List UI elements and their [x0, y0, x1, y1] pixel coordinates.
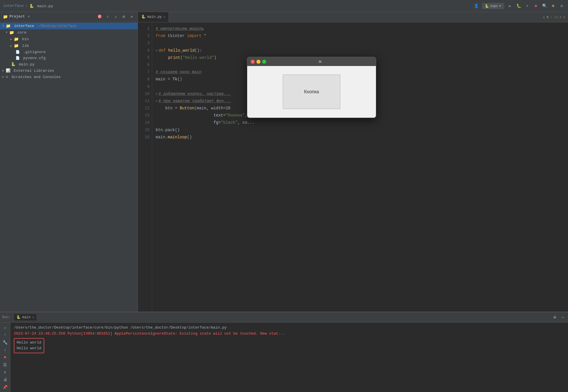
settings-icon[interactable]: ⚙	[121, 14, 127, 20]
settings-icon[interactable]: ⚙	[552, 315, 558, 320]
sidebar-item-extlibs[interactable]: ▶ 📊 External Libraries	[0, 67, 138, 74]
tab-mainpy[interactable]: 🐍 main.py ✕	[138, 12, 169, 22]
expand-all-icon[interactable]: ⇓	[113, 14, 119, 20]
sidebar-title: Project	[9, 15, 25, 19]
locate-icon[interactable]: 🎯	[97, 14, 103, 20]
chevron-down-icon: ▼	[499, 5, 501, 7]
wrench-icon[interactable]: 🔧	[2, 340, 9, 345]
tk-button-label: Кнопка	[304, 89, 319, 94]
sidebar-item-scratches[interactable]: ▶ ⚙ Scratches and Consoles	[0, 74, 138, 80]
python-file-icon: 🐍	[11, 62, 16, 67]
expand-chevron: ▶	[2, 75, 4, 79]
file-icon: 📄	[16, 50, 20, 54]
sidebar-item-label: External Libraries	[11, 69, 54, 73]
expand-chevron: ▶	[10, 44, 12, 48]
expand-chevron: ▼	[2, 24, 4, 28]
sidebar-item-interface[interactable]: ▼ 📁 interface ~/Desktop/interface	[0, 23, 138, 29]
bottom-tabs-right: ⚙ —	[552, 315, 566, 320]
editor-toolbar-right: ⚠ 5 ✓ 13 ∧ ∨	[540, 12, 568, 22]
console-cmd-line: /Users/the_doctor/Desktop/interface/core…	[14, 325, 565, 331]
sidebar-item-mainpy[interactable]: 🐍 main.py	[0, 61, 138, 67]
sidebar-item-core[interactable]: ▼ 📁 core	[0, 29, 138, 36]
code-line-1: # импортируем модуль	[156, 25, 565, 32]
tab-close-icon[interactable]: ✕	[163, 15, 165, 19]
python-icon: 🐍	[16, 315, 21, 319]
stop-icon[interactable]: ■	[533, 3, 539, 9]
sidebar-icons: 🎯 ⇑ ⇓ ⚙ ✕	[97, 14, 135, 20]
collapse-all-icon[interactable]: ⇑	[105, 14, 111, 20]
sidebar-item-label: pyvenv.cfg	[21, 56, 46, 60]
console-output-block: Hello world Hello world	[14, 337, 565, 354]
debug-icon[interactable]: 🐛	[516, 3, 521, 9]
stop-icon[interactable]: ■	[2, 355, 9, 360]
tk-minimize-button[interactable]	[256, 60, 260, 64]
expand-chevron: ▼	[6, 31, 7, 34]
sidebar-item-gitignore[interactable]: 📄 .gitignore	[0, 49, 138, 55]
sort-icon[interactable]: ⬆	[2, 370, 9, 375]
code-line-3	[156, 40, 565, 47]
breadcrumb-sep: ›	[25, 4, 28, 8]
run-icon[interactable]: ▶	[507, 3, 513, 9]
scratches-icon: ⚙	[6, 75, 8, 79]
path-label: ~/Desktop/interface	[37, 24, 76, 28]
chevron-down-icon[interactable]: ∨	[563, 15, 565, 19]
console-area[interactable]: /Users/the_doctor/Desktop/interface/core…	[10, 323, 568, 392]
run-tab-close-icon[interactable]: ✕	[32, 316, 34, 319]
ok-badge[interactable]: ✓ 13	[550, 15, 558, 19]
folder-icon: 📁	[3, 14, 8, 19]
sidebar-item-label: .gitignore	[21, 50, 46, 54]
chevron-down-icon: ▼	[28, 15, 30, 18]
add-circle-icon[interactable]: ⊕	[550, 3, 556, 9]
tab-label: main.py	[147, 15, 162, 19]
code-line-2: from tkinter import *	[156, 32, 565, 40]
editor-area: 🐍 main.py ✕ ⚠ 5 ✓ 13 ∧ ∨ 1 2 3 4 5 6 7 8	[138, 12, 568, 312]
sidebar-item-label: core	[15, 30, 26, 35]
print-icon[interactable]: 🖨	[2, 377, 9, 382]
menu-icon[interactable]: ⚙	[559, 3, 565, 9]
chevron-up-icon[interactable]: ∧	[560, 15, 562, 19]
breadcrumb-file: 🐍 main.py	[29, 4, 53, 8]
run-tab-main[interactable]: 🐍 main ✕	[14, 314, 36, 321]
profile-icon[interactable]: 👤	[473, 3, 479, 9]
tk-window: tk Кнопка	[247, 57, 376, 118]
main-layout: 📁 Project ▼ 🎯 ⇑ ⇓ ⚙ ✕ ▼ 📁 interface ~/De…	[0, 12, 568, 312]
console-error-line: 2023-07-24 23:49:25.550 Python[13954:801…	[14, 331, 565, 337]
tk-close-button[interactable]	[251, 60, 255, 64]
fold-icon[interactable]: ▼	[156, 92, 157, 97]
expand-chevron: ▶	[2, 69, 4, 72]
sidebar-item-lib[interactable]: ▶ 📁 lib	[0, 42, 138, 49]
tk-app-button[interactable]: Кнопка	[283, 75, 340, 109]
close-panel-icon[interactable]: —	[560, 315, 566, 320]
sidebar-item-bin[interactable]: ▶ 📁 bin	[0, 36, 138, 42]
rerun-icon[interactable]: ↺	[2, 325, 9, 330]
list-icon[interactable]: ☰	[2, 362, 9, 367]
scroll-up-icon[interactable]: ↑	[2, 332, 9, 337]
scroll-down-icon[interactable]: ↓	[2, 347, 9, 352]
tk-title: tk	[268, 59, 372, 64]
python-icon: 🐍	[141, 15, 146, 19]
breadcrumb: interface › 🐍 main.py	[3, 4, 53, 8]
folder-icon: 📁	[14, 43, 19, 48]
fold-icon[interactable]: ▼	[156, 48, 157, 54]
pin-icon[interactable]: 📌	[2, 385, 9, 390]
fold-icon[interactable]: ▼	[156, 99, 157, 104]
sidebar: 📁 Project ▼ 🎯 ⇑ ⇓ ⚙ ✕ ▼ 📁 interface ~/De…	[0, 12, 138, 312]
folder-icon: 📁	[9, 30, 14, 35]
warning-badge[interactable]: ⚠ 5	[543, 15, 548, 19]
run-label: Run:	[2, 315, 11, 319]
sidebar-item-label: bin	[20, 37, 29, 41]
editor-content: 1 2 3 4 5 6 7 8 9 10 11 12 13 14 15 16 #…	[138, 22, 568, 312]
extlibs-icon: 📊	[6, 68, 10, 73]
code-line-4: ▼ def hello_world():	[156, 47, 565, 54]
close-sidebar-icon[interactable]: ✕	[129, 14, 135, 20]
breadcrumb-home[interactable]: interface	[3, 4, 24, 8]
sidebar-item-label: main.py	[17, 62, 34, 67]
coverage-icon[interactable]: ⚡	[524, 3, 530, 9]
search-icon[interactable]: 🔍	[542, 3, 547, 9]
line-numbers: 1 2 3 4 5 6 7 8 9 10 11 12 13 14 15 16	[138, 22, 152, 312]
run-config-button[interactable]: 🐍 main ▼	[482, 3, 504, 9]
bottom-tabs: Run: 🐍 main ✕ ⚙ —	[0, 312, 568, 323]
sidebar-item-pyvenv[interactable]: 📄 pyvenv.cfg	[0, 55, 138, 61]
tk-maximize-button[interactable]	[262, 60, 266, 64]
bottom-layout: ↺ ↑ 🔧 ↓ ■ ☰ ⬆ 🖨 📌 /Users/the_doctor/Desk…	[0, 323, 568, 392]
